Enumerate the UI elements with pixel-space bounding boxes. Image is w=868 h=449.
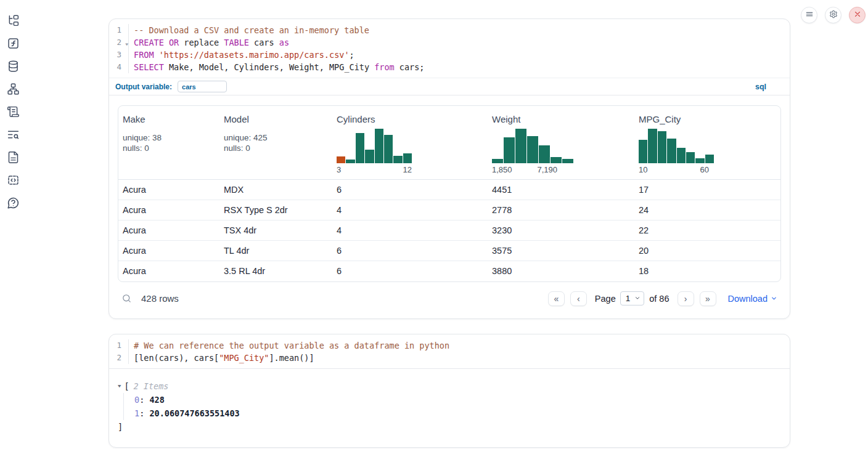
code-line[interactable]: 2[len(cars), cars["MPG_City"].mean()] [109, 352, 790, 364]
histogram-bar [658, 131, 666, 163]
page-number-select[interactable]: 1 [620, 291, 645, 305]
table-footer: 428 rows « ‹ Page 1 of 86 › » Download [118, 282, 781, 310]
table-cell: 4451 [488, 180, 634, 200]
sidebar-item-documentation[interactable] [7, 151, 20, 164]
column-header-cylinders[interactable]: Cylinders 3 12 [332, 106, 488, 180]
shutdown-button[interactable] [849, 7, 866, 23]
item-index: 1 [134, 408, 139, 418]
code-text: [len(cars), cars["MPG_City"].mean()] [129, 352, 314, 364]
table-row[interactable]: AcuraMDX6445117 [118, 180, 780, 200]
code-line[interactable]: 2▼CREATE OR replace TABLE cars as [109, 36, 790, 49]
python-code-editor[interactable]: 1# We can reference the output variable … [109, 334, 790, 368]
tree-children: 0: 428 1: 20.060747663551403 [123, 393, 781, 420]
tree-items-count: 2 Items [134, 379, 169, 393]
sidebar-item-file-tree[interactable] [7, 14, 20, 28]
fold-chevron-icon[interactable]: ▼ [125, 39, 128, 49]
histogram-bar [527, 136, 538, 163]
histogram-bar [365, 150, 374, 163]
next-page-button[interactable]: › [678, 291, 694, 306]
row-count: 428 rows [141, 293, 179, 304]
code-text: FROM 'https://datasets.marimo.app/cars.c… [129, 49, 354, 61]
code-line[interactable]: 1-- Download a CSV and create an in-memo… [109, 24, 790, 36]
histogram-bar [346, 160, 354, 163]
sidebar-item-variables[interactable] [7, 37, 20, 51]
download-button[interactable]: Download [728, 294, 778, 304]
axis-max-label: 7,190 [537, 165, 557, 174]
function-square-icon [7, 37, 20, 50]
table-cell: 4 [332, 200, 488, 220]
gear-icon [829, 10, 838, 21]
item-value: 428 [149, 395, 164, 405]
stat-nulls: nulls: 0 [224, 143, 332, 153]
collapse-chevron-icon[interactable]: ▼ [118, 381, 121, 392]
histogram-axis: 10 60 [639, 165, 714, 174]
table-cell: 18 [634, 261, 780, 281]
sql-cell: 1-- Download a CSV and create an in-memo… [108, 18, 790, 319]
settings-button[interactable] [825, 7, 841, 23]
sidebar-item-snippets[interactable] [7, 174, 20, 187]
sql-code-editor[interactable]: 1-- Download a CSV and create an in-memo… [109, 19, 790, 78]
column-label: Cylinders [337, 114, 488, 124]
axis-min-label: 10 [639, 165, 647, 174]
dependency-graph-icon [7, 83, 20, 95]
cylinders-histogram[interactable] [337, 129, 412, 163]
column-header-model[interactable]: Model unique: 425 nulls: 0 [219, 106, 332, 180]
column-label: Make [123, 114, 219, 124]
output-variable-input[interactable] [178, 81, 227, 92]
document-icon [7, 151, 20, 164]
code-line[interactable]: 3FROM 'https://datasets.marimo.app/cars.… [109, 49, 790, 61]
column-header-mpg-city[interactable]: MPG_City 10 60 [634, 106, 780, 180]
last-page-button[interactable]: » [700, 291, 716, 306]
table-cell: 20 [634, 241, 780, 261]
stat-nulls: nulls: 0 [123, 143, 219, 153]
code-text: SELECT Make, Model, Cylinders, Weight, M… [129, 61, 424, 73]
weight-histogram[interactable] [492, 129, 573, 163]
table-cell: 3880 [488, 261, 634, 281]
table-row[interactable]: AcuraRSX Type S 2dr4277824 [118, 200, 780, 220]
search-icon[interactable] [121, 293, 132, 304]
code-line[interactable]: 4SELECT Make, Model, Cylinders, Weight, … [109, 61, 790, 73]
first-page-button[interactable]: « [548, 291, 565, 306]
page-total-label: of 86 [649, 294, 669, 304]
prev-page-button[interactable]: ‹ [570, 291, 587, 306]
chevron-down-icon [634, 294, 641, 303]
sidebar-item-logs[interactable] [7, 128, 20, 142]
list-item: 0: 428 [134, 393, 781, 407]
line-number: 1 [109, 339, 129, 352]
table-cell: 22 [634, 220, 780, 241]
sidebar-item-help[interactable] [7, 196, 20, 210]
code-text: CREATE OR replace TABLE cars as [129, 36, 289, 49]
sidebar-item-datasources[interactable] [7, 60, 20, 73]
menu-button[interactable] [801, 7, 817, 23]
histogram-bar [375, 129, 383, 163]
histogram-bar [384, 135, 393, 163]
table-cell: TSX 4dr [219, 220, 332, 241]
histogram-bar [515, 129, 526, 163]
download-label: Download [728, 294, 768, 304]
axis-max-label: 60 [700, 165, 709, 174]
sidebar-item-scratchpad[interactable] [7, 105, 20, 119]
page-label: Page [595, 294, 616, 304]
table-cell: Acura [118, 200, 219, 220]
help-chat-icon [7, 196, 20, 209]
python-cell: 1# We can reference the output variable … [108, 334, 790, 448]
histogram-bar [705, 155, 714, 163]
mpg-city-histogram[interactable] [639, 129, 714, 163]
language-badge: sql [755, 83, 766, 91]
column-header-weight[interactable]: Weight 1,850 7,190 [488, 106, 634, 180]
table-row[interactable]: AcuraTSX 4dr4323022 [118, 220, 780, 241]
line-number: 3 [109, 49, 129, 61]
code-line[interactable]: 1# We can reference the output variable … [109, 339, 790, 352]
column-stats: unique: 425 nulls: 0 [224, 132, 332, 153]
line-number: 2 [109, 352, 129, 364]
chevron-down-icon [771, 294, 777, 304]
histogram-bar [562, 159, 573, 163]
table-header-row: Make unique: 38 nulls: 0 Model unique: 4… [118, 106, 780, 180]
table-cell: Acura [118, 220, 219, 241]
table-row[interactable]: AcuraTL 4dr6357520 [118, 241, 780, 261]
sidebar-item-dependency-graph[interactable] [7, 83, 20, 96]
table-row[interactable]: Acura3.5 RL 4dr6388018 [118, 261, 780, 281]
histogram-axis: 3 12 [337, 165, 412, 174]
line-number: 2▼ [109, 36, 129, 49]
column-header-make[interactable]: Make unique: 38 nulls: 0 [118, 106, 219, 180]
